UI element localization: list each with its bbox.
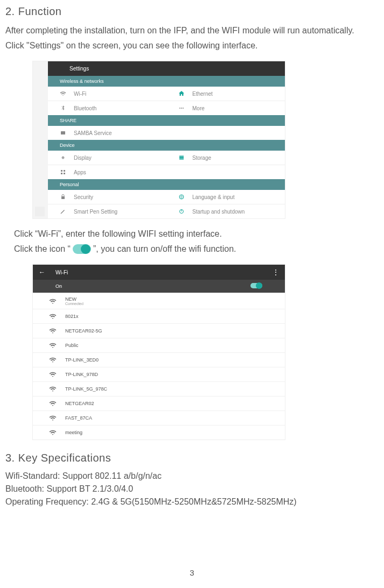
wifi-toggle-switch[interactable]: [250, 283, 262, 289]
settings-item-more-label: More: [192, 105, 205, 111]
settings-item-samba[interactable]: SAMBA Service: [48, 126, 285, 140]
settings-group-personal: Personal: [48, 179, 285, 190]
wifi-instruction-1: Click “Wi-Fi”, enter the following WIFI …: [14, 226, 379, 242]
wifi-on-row[interactable]: On: [33, 280, 285, 293]
wifi-icon: [60, 90, 66, 97]
wifi-network-name: TP-LINK_5G_978C: [65, 386, 107, 392]
wifi-instruction-2b: ”, you can turn on/off the wifi function…: [93, 242, 236, 257]
spec-bt-label: Bluetooth:: [5, 484, 44, 493]
wifi-network-item[interactable]: 8021x: [33, 309, 285, 323]
samba-icon: [60, 130, 66, 136]
wifi-network-item[interactable]: meeting: [33, 425, 285, 440]
settings-item-wifi[interactable]: Wi-Fi: [48, 87, 166, 101]
settings-item-wifi-label: Wi-Fi: [74, 91, 86, 97]
wifi-screen-title: Wi-Fi: [55, 270, 272, 275]
overflow-icon[interactable]: ⋮: [272, 270, 280, 274]
settings-item-display[interactable]: Display: [48, 151, 166, 165]
svg-rect-13: [61, 196, 65, 199]
settings-item-startup-label: Startup and shutdown: [192, 209, 245, 215]
settings-item-pen[interactable]: Smart Pen Setting: [48, 204, 166, 218]
svg-rect-3: [61, 131, 65, 134]
more-icon: [178, 105, 185, 111]
settings-screenshot: Settings Wireless & networks Wi-Fi Ether…: [32, 61, 285, 219]
settings-item-storage-label: Storage: [192, 155, 211, 161]
wifi-signal-icon: [49, 342, 57, 349]
svg-point-5: [62, 157, 64, 158]
wifi-network-name: TP-LINK_978D: [65, 372, 98, 377]
settings-leftbar: [33, 61, 48, 218]
settings-item-security[interactable]: Security: [48, 190, 166, 204]
svg-rect-10: [64, 170, 65, 172]
globe-icon: [178, 194, 185, 200]
settings-item-more[interactable]: More: [166, 101, 285, 115]
ethernet-icon: [178, 90, 185, 97]
wifi-network-name: NETGEAR02: [65, 401, 94, 406]
wifi-network-item[interactable]: Public: [33, 338, 285, 352]
lock-icon: [60, 194, 66, 200]
section-2-para-1: After completing the installation, turn …: [5, 23, 379, 38]
wifi-network-item[interactable]: NEWConnected: [33, 293, 285, 309]
svg-point-0: [179, 108, 180, 109]
back-icon[interactable]: ←: [38, 268, 46, 276]
settings-item-samba-label: SAMBA Service: [74, 130, 112, 136]
svg-rect-8: [179, 159, 184, 160]
wifi-network-item[interactable]: FAST_87CA: [33, 410, 285, 425]
settings-item-startup[interactable]: Startup and shutdown: [166, 204, 285, 218]
side-square-icon: [35, 207, 45, 216]
settings-item-display-label: Display: [74, 155, 92, 161]
wifi-signal-icon: [49, 371, 57, 378]
page-number: 3: [0, 568, 384, 577]
settings-item-storage[interactable]: Storage: [166, 151, 285, 165]
svg-rect-12: [64, 173, 65, 174]
spec-wifi-std-label: Wifi-Standard:: [5, 471, 60, 480]
wifi-signal-icon: [49, 327, 57, 335]
wifi-signal-icon: [49, 400, 57, 407]
section-2-heading: 2. Function: [5, 5, 379, 18]
wifi-signal-icon: [49, 385, 57, 393]
wifi-network-name: Public: [65, 343, 79, 348]
toggle-icon: [73, 244, 91, 254]
wifi-signal-icon: [49, 429, 57, 436]
settings-item-security-label: Security: [74, 194, 93, 200]
spec-frequency: Operating Frequency: 2.4G & 5G(5150MHz-5…: [5, 495, 379, 508]
wifi-network-name: meeting: [65, 430, 82, 435]
spec-bt-value: Support BT 2.1/3.0/4.0: [44, 484, 133, 493]
power-icon: [178, 208, 185, 215]
wifi-network-item[interactable]: NETGEAR02-5G: [33, 323, 285, 338]
wifi-network-name: TP-LINK_3ED0: [65, 357, 99, 363]
spec-freq-label: Operating Frequency:: [5, 497, 89, 506]
wifi-network-item[interactable]: TP-LINK_5G_978C: [33, 381, 285, 396]
wifi-network-item[interactable]: NETGEAR02: [33, 396, 285, 410]
spec-wifi-standard: Wifi-Standard: Support 802.11 a/b/g/n/ac: [5, 470, 379, 483]
settings-item-language-label: Language & input: [192, 194, 234, 200]
settings-item-language[interactable]: Language & input: [166, 190, 285, 204]
wifi-screenshot: ← Wi-Fi ⋮ On NEWConnected8021xNETGEAR02-…: [32, 264, 285, 440]
settings-item-ethernet[interactable]: Ethernet: [166, 87, 285, 101]
settings-item-pen-label: Smart Pen Setting: [74, 209, 117, 215]
wifi-instruction-2a: Click the icon “: [14, 242, 71, 257]
svg-point-1: [181, 108, 182, 109]
svg-rect-6: [179, 156, 184, 157]
settings-group-wireless: Wireless & networks: [48, 76, 285, 87]
settings-group-share: SHARE: [48, 115, 285, 126]
svg-rect-9: [61, 170, 62, 172]
wifi-network-name: NEW: [65, 296, 83, 302]
settings-item-apps[interactable]: Apps: [48, 165, 285, 179]
display-icon: [60, 154, 66, 161]
wifi-network-item[interactable]: TP-LINK_978D: [33, 367, 285, 381]
settings-item-apps-label: Apps: [74, 169, 86, 175]
wifi-network-item[interactable]: TP-LINK_3ED0: [33, 352, 285, 367]
settings-title-bar: Settings: [48, 61, 285, 76]
wifi-signal-icon: [49, 414, 57, 422]
settings-item-bluetooth[interactable]: Bluetooth: [48, 101, 166, 115]
pen-icon: [60, 208, 66, 215]
svg-rect-11: [61, 173, 62, 174]
section-3-heading: 3. Key Specifications: [5, 452, 379, 464]
settings-item-bluetooth-label: Bluetooth: [74, 105, 96, 111]
wifi-signal-icon: [49, 313, 57, 320]
spec-bluetooth: Bluetooth: Support BT 2.1/3.0/4.0: [5, 483, 379, 495]
settings-group-device: Device: [48, 140, 285, 151]
settings-item-ethernet-label: Ethernet: [192, 91, 213, 97]
bluetooth-icon: [60, 105, 66, 111]
wifi-network-name: NETGEAR02-5G: [65, 328, 102, 334]
